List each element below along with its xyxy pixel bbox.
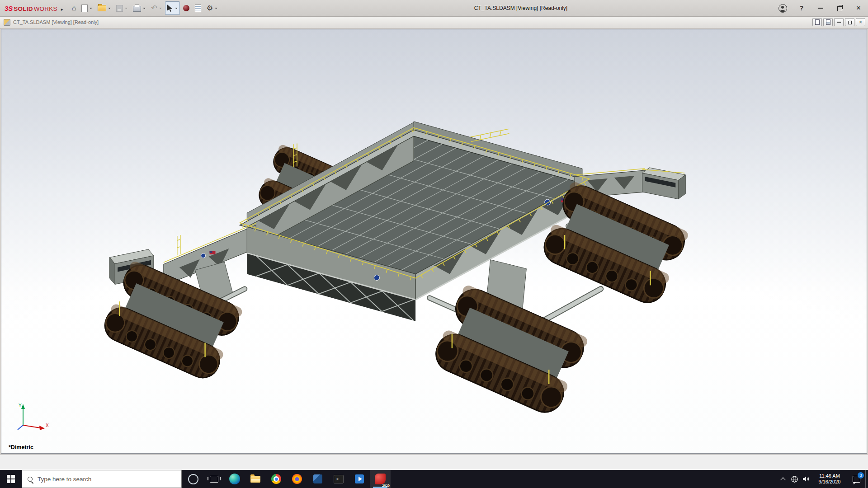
new-document-button[interactable] xyxy=(79,1,94,15)
app-titlebar: 3S SOLID WORKS ▸ ⌂ ↶ xyxy=(0,0,868,17)
graphics-area[interactable]: Y X *Dimetric xyxy=(1,29,867,454)
notification-badge: 3 xyxy=(858,472,864,479)
network-button[interactable] xyxy=(788,470,800,488)
crawler-transporter-model xyxy=(1,29,867,453)
quick-access-toolbar: ⌂ ↶ ⚙ xyxy=(70,1,220,15)
close-icon: × xyxy=(856,4,861,12)
file-properties-button[interactable] xyxy=(193,1,203,15)
home-button[interactable]: ⌂ xyxy=(70,1,79,15)
taskbar-item-edge[interactable] xyxy=(224,470,245,488)
document-titlebar: CT_TA.SLDASM [Viewing] [Read-only] × xyxy=(0,16,868,28)
system-tray: 11:46 AM 9/16/2020 3 xyxy=(778,470,868,488)
file-explorer-icon xyxy=(250,476,260,483)
taskbar-item-firefox[interactable] xyxy=(287,470,307,488)
taskbar-item-file-explorer[interactable] xyxy=(245,470,266,488)
restore-icon xyxy=(848,21,852,24)
speaker-icon xyxy=(802,475,810,483)
cortana-icon xyxy=(188,474,198,484)
solidworks-icon xyxy=(375,474,386,484)
print-icon xyxy=(133,6,141,12)
task-view-icon xyxy=(210,476,218,483)
terminal-icon: >_ xyxy=(334,475,344,483)
render-tools-button[interactable] xyxy=(181,1,192,15)
firefox-icon xyxy=(292,474,302,484)
doc-restore-button[interactable] xyxy=(845,18,854,26)
edge-icon xyxy=(229,474,240,484)
taskbar-clock[interactable]: 11:46 AM 9/16/2020 xyxy=(812,473,847,485)
window-title: CT_TA.SLDASM [Viewing] [Read-only] xyxy=(474,5,567,11)
action-center-button[interactable]: 3 xyxy=(847,470,865,488)
taskbar-apps: >_ 2020 xyxy=(183,470,391,488)
view-orientation-label: *Dimetric xyxy=(9,444,33,450)
minimize-button[interactable] xyxy=(811,0,830,16)
undo-button[interactable]: ↶ xyxy=(149,1,164,15)
dropdown-caret-icon[interactable] xyxy=(90,8,92,10)
select-tool-button[interactable] xyxy=(165,1,180,15)
show-desktop-button[interactable] xyxy=(865,470,868,488)
sign-in-button[interactable] xyxy=(773,0,792,16)
taskbar-item-video-app[interactable] xyxy=(349,470,370,488)
window-controls: ? × xyxy=(773,0,868,16)
open-button[interactable] xyxy=(95,1,113,15)
reference-triad[interactable]: Y X xyxy=(13,401,54,433)
page-lines-icon xyxy=(826,19,830,25)
chrome-icon xyxy=(271,474,281,484)
options-button[interactable]: ⚙ xyxy=(204,1,220,15)
taskbar: >_ 2020 11:46 AM 9/16/2020 xyxy=(0,470,868,488)
volume-button[interactable] xyxy=(800,470,812,488)
taskbar-item-cortana[interactable] xyxy=(183,470,203,488)
close-button[interactable]: × xyxy=(849,0,868,16)
dropdown-caret-icon[interactable] xyxy=(143,8,146,10)
document-window-controls: × xyxy=(812,18,865,26)
undo-icon: ↶ xyxy=(151,5,157,12)
status-strip xyxy=(0,455,868,470)
clock-date: 9/16/2020 xyxy=(812,479,847,485)
select-cursor-icon xyxy=(167,5,173,12)
solidworks-logo: 3S SOLID WORKS ▸ xyxy=(5,5,63,12)
page-icon xyxy=(815,19,820,25)
taskbar-item-terminal[interactable]: >_ xyxy=(328,470,349,488)
help-button[interactable]: ? xyxy=(792,0,811,16)
close-icon: × xyxy=(859,19,862,25)
taskbar-search[interactable] xyxy=(22,470,182,488)
dropdown-caret-icon[interactable] xyxy=(175,8,178,10)
track-assembly-front xyxy=(430,284,589,418)
hidden-icons-button[interactable] xyxy=(778,470,788,488)
start-button[interactable] xyxy=(0,470,22,488)
user-account-icon xyxy=(778,4,787,13)
restore-button[interactable] xyxy=(830,0,849,16)
solidworks-version-badge: 2020 xyxy=(382,483,390,488)
document-title: CT_TA.SLDASM [Viewing] [Read-only] xyxy=(13,19,99,25)
taskbar-item-task-view[interactable] xyxy=(203,470,224,488)
doc-close-button[interactable]: × xyxy=(856,18,865,26)
options-gear-icon: ⚙ xyxy=(207,5,213,12)
document-frame: Y X *Dimetric xyxy=(0,28,868,455)
new-document-icon xyxy=(81,5,88,12)
print-button[interactable] xyxy=(131,1,148,15)
menu-expand-icon[interactable]: ▸ xyxy=(61,7,63,12)
windows-start-icon xyxy=(7,475,15,483)
triad-y-label: Y xyxy=(19,403,22,408)
network-globe-icon xyxy=(791,475,798,483)
dropdown-caret-icon xyxy=(159,8,162,10)
dropdown-caret-icon[interactable] xyxy=(108,8,111,10)
taskbar-item-solidworks[interactable]: 2020 xyxy=(370,470,391,488)
search-input[interactable] xyxy=(37,475,165,483)
save-button[interactable] xyxy=(114,1,130,15)
save-icon xyxy=(116,5,123,12)
clock-time: 11:46 AM xyxy=(812,473,847,479)
help-icon: ? xyxy=(800,5,804,12)
minimize-icon xyxy=(818,8,823,9)
doc-minimize-button[interactable] xyxy=(834,18,844,26)
dropdown-caret-icon[interactable] xyxy=(215,8,217,10)
taskbar-item-cube-app[interactable] xyxy=(307,470,328,488)
taskbar-item-chrome[interactable] xyxy=(266,470,287,488)
open-folder-icon xyxy=(98,5,106,11)
doc-pane-button-1[interactable] xyxy=(812,18,822,26)
chevron-up-icon xyxy=(780,477,785,482)
video-app-icon xyxy=(355,474,364,483)
file-properties-icon xyxy=(195,5,201,12)
render-sphere-icon xyxy=(183,5,189,11)
triad-x-label: X xyxy=(46,423,49,428)
doc-pane-button-2[interactable] xyxy=(823,18,833,26)
